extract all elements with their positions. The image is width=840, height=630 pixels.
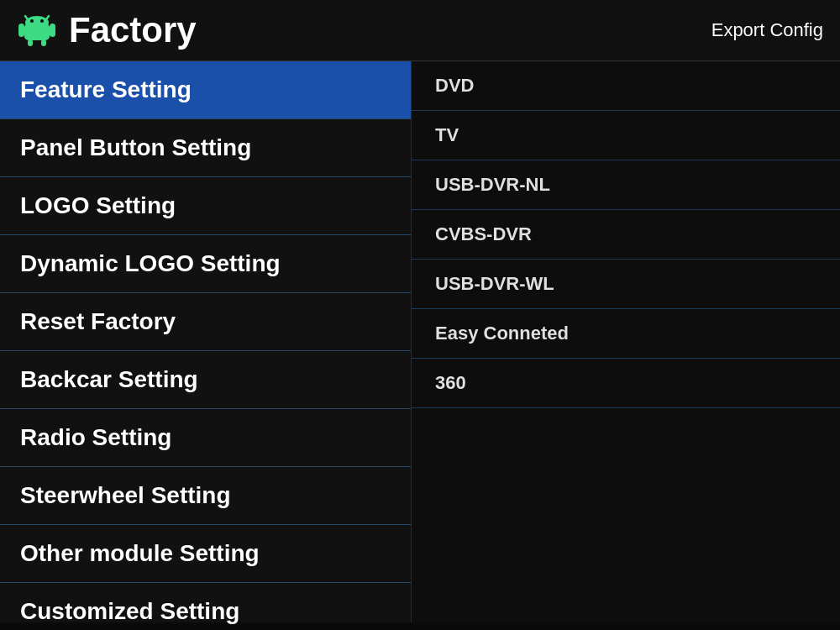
export-config-button[interactable]: Export Config (711, 19, 823, 41)
menu-item-steerwheel-setting[interactable]: Steerwheel Setting (0, 467, 411, 525)
svg-rect-8 (18, 24, 24, 37)
svg-point-4 (30, 19, 34, 23)
right-item-dvd[interactable]: DVD (412, 61, 840, 111)
header: Factory Export Config (0, 0, 840, 61)
menu-item-backcar-setting[interactable]: Backcar Setting (0, 351, 411, 409)
svg-rect-9 (50, 24, 55, 37)
right-item-360[interactable]: 360 (412, 359, 840, 408)
menu-item-other-module-setting[interactable]: Other module Setting (0, 525, 411, 583)
page-title: Factory (69, 10, 197, 50)
menu-item-customized-setting[interactable]: Customized Setting (0, 583, 411, 630)
header-left: Factory (17, 10, 197, 50)
menu-item-panel-button-setting[interactable]: Panel Button Setting (0, 119, 411, 177)
right-item-easy-conneted[interactable]: Easy Conneted (412, 309, 840, 359)
menu-item-radio-setting[interactable]: Radio Setting (0, 409, 411, 467)
menu-item-logo-setting[interactable]: LOGO Setting (0, 177, 411, 235)
main-content: Feature SettingPanel Button SettingLOGO … (0, 61, 840, 622)
right-content-panel: DVDTVUSB-DVR-NLCVBS-DVRUSB-DVR-WLEasy Co… (412, 61, 840, 622)
menu-item-feature-setting[interactable]: Feature Setting (0, 61, 411, 119)
android-icon (17, 10, 57, 50)
right-item-usb-dvr-wl[interactable]: USB-DVR-WL (412, 260, 840, 309)
right-item-cvbs-dvr[interactable]: CVBS-DVR (412, 210, 840, 260)
menu-item-reset-factory[interactable]: Reset Factory (0, 293, 411, 351)
left-menu-panel: Feature SettingPanel Button SettingLOGO … (0, 61, 412, 622)
svg-point-5 (40, 19, 44, 23)
svg-point-3 (25, 16, 49, 29)
right-item-tv[interactable]: TV (412, 111, 840, 160)
menu-item-dynamic-logo-setting[interactable]: Dynamic LOGO Setting (0, 235, 411, 293)
svg-rect-6 (28, 39, 33, 46)
svg-rect-7 (41, 39, 46, 46)
right-item-usb-dvr-nl[interactable]: USB-DVR-NL (412, 160, 840, 210)
